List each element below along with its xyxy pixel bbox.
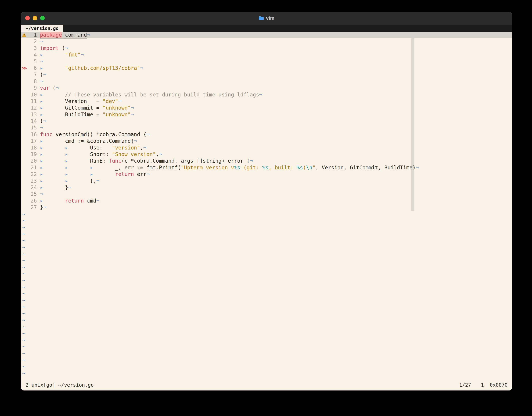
code-token: Short: bbox=[90, 151, 112, 157]
sign-column bbox=[21, 204, 29, 211]
code-token: Use: bbox=[90, 145, 112, 151]
code-token: ▸ bbox=[65, 158, 90, 164]
code-token: ¬ bbox=[43, 204, 46, 210]
sign-column bbox=[21, 32, 29, 38]
code-token: Version = bbox=[65, 98, 103, 104]
folder-icon bbox=[259, 16, 264, 20]
code-token: ▸ bbox=[40, 65, 65, 71]
tilde-line: ~ bbox=[21, 284, 512, 290]
code-line[interactable]: 19▸ ▸ Short: "Show version",¬ bbox=[21, 151, 512, 158]
code-token: , built: bbox=[269, 165, 297, 171]
code-token: ▸ bbox=[40, 112, 65, 118]
code-token: , bbox=[140, 145, 143, 151]
code-text: ▸ ▸ ▸ _, err := fmt.Printf("Upterm versi… bbox=[40, 164, 419, 171]
code-line[interactable]: 3import (¬ bbox=[21, 45, 512, 52]
minimize-button[interactable] bbox=[33, 16, 37, 20]
code-text: ▸ return cmd¬ bbox=[40, 198, 99, 204]
code-line[interactable]: 16func versionCmd() *cobra.Command {¬ bbox=[21, 131, 512, 138]
editor[interactable]: 1package command¬2¬3import (¬4▸ "fmt"¬5¬… bbox=[21, 32, 512, 379]
code-text: )¬ bbox=[40, 71, 46, 78]
tilde-line: ~ bbox=[21, 237, 512, 244]
code-text: ▸ ▸ Short: "Show version",¬ bbox=[40, 151, 162, 158]
code-text: ▸ "github.com/spf13/cobra"¬ bbox=[40, 65, 143, 71]
sign-column bbox=[21, 164, 29, 171]
code-token: ▸ bbox=[40, 105, 65, 111]
tilde-line: ~ bbox=[21, 350, 512, 357]
code-token bbox=[62, 32, 65, 38]
warning-icon bbox=[22, 33, 27, 37]
code-token: }, bbox=[90, 178, 96, 184]
sign-column bbox=[21, 38, 29, 45]
code-token: (c *cobra.Command, args []string) error … bbox=[121, 158, 250, 164]
code-line[interactable]: 25¬ bbox=[21, 191, 512, 198]
code-text: func versionCmd() *cobra.Command {¬ bbox=[40, 131, 150, 138]
code-token: \n bbox=[306, 165, 312, 171]
code-text: ▸ GitCommit = "unknown"¬ bbox=[40, 105, 134, 111]
code-text: ¬ bbox=[40, 38, 43, 45]
code-line[interactable]: 12▸ GitCommit = "unknown"¬ bbox=[21, 105, 512, 111]
tilde-lines: ~~~~~~~~~~~~~~~~~~~~~~~~~ bbox=[21, 211, 512, 377]
code-line[interactable]: 21▸ ▸ ▸ _, err := fmt.Printf("Upterm ver… bbox=[21, 164, 512, 171]
line-number: 20 bbox=[29, 158, 37, 164]
code-token: ¬ bbox=[40, 191, 43, 197]
code-line[interactable]: 8¬ bbox=[21, 78, 512, 85]
zoom-button[interactable] bbox=[40, 16, 45, 20]
code-token: ▸ bbox=[40, 198, 65, 204]
code-token: "github.com/spf13/cobra" bbox=[65, 65, 140, 71]
code-token: package bbox=[40, 32, 62, 38]
line-number: 4 bbox=[29, 52, 37, 58]
code-line[interactable]: 17▸ cmd := &cobra.Command{¬ bbox=[21, 138, 512, 144]
code-line[interactable]: 18▸ ▸ Use: "version",¬ bbox=[21, 145, 512, 151]
line-number: 24 bbox=[29, 184, 37, 191]
window-title: vim bbox=[259, 15, 275, 21]
code-line[interactable]: 26▸ return cmd¬ bbox=[21, 198, 512, 204]
code-line[interactable]: 7)¬ bbox=[21, 71, 512, 78]
code-token: ▸ bbox=[40, 165, 65, 171]
code-line[interactable]: >>6▸ "github.com/spf13/cobra"¬ bbox=[21, 65, 512, 71]
code-token: ( bbox=[59, 45, 65, 51]
sign-column bbox=[21, 158, 29, 164]
tab-bar: ~/version.go bbox=[21, 25, 512, 32]
code-line[interactable]: 22▸ ▸ ▸ return err¬ bbox=[21, 171, 512, 178]
sign-column bbox=[21, 124, 29, 131]
tab-version-go[interactable]: ~/version.go bbox=[21, 25, 63, 32]
code-token: ▸ bbox=[40, 145, 65, 151]
line-number: 6 bbox=[29, 65, 37, 71]
code-token: ) bbox=[40, 118, 43, 124]
line-number: 22 bbox=[29, 171, 37, 178]
code-line[interactable]: 1package command¬ bbox=[21, 32, 512, 38]
tilde-line: ~ bbox=[21, 370, 512, 377]
code-text: ▸ // These variables will be set during … bbox=[40, 92, 262, 98]
code-line[interactable]: 10▸ // These variables will be set durin… bbox=[21, 92, 512, 98]
code-line[interactable]: 27}¬ bbox=[21, 204, 512, 211]
code-line[interactable]: 24▸ }¬ bbox=[21, 184, 512, 191]
code-token: cmd bbox=[84, 198, 96, 204]
code-line[interactable]: 9var (¬ bbox=[21, 85, 512, 91]
code-text: import (¬ bbox=[40, 45, 68, 52]
code-line[interactable]: 14)¬ bbox=[21, 118, 512, 124]
code-token: var bbox=[40, 85, 49, 91]
sign-column bbox=[21, 98, 29, 105]
code-line[interactable]: 2¬ bbox=[21, 38, 512, 45]
code-token: ¬ bbox=[146, 171, 149, 177]
status-right: 1/27 1 0x0070 bbox=[459, 382, 508, 388]
code-line[interactable]: 23▸ ▸ },¬ bbox=[21, 178, 512, 184]
code-text: ▸ Version = "dev"¬ bbox=[40, 98, 121, 105]
code-token: ▸ bbox=[40, 184, 65, 190]
code-token: ▸ bbox=[65, 145, 90, 151]
sign-column bbox=[21, 78, 29, 85]
code-text: }¬ bbox=[40, 204, 46, 211]
code-line[interactable]: 5¬ bbox=[21, 58, 512, 65]
line-number: 27 bbox=[29, 204, 37, 211]
line-number: 12 bbox=[29, 105, 37, 111]
code-line[interactable]: 15¬ bbox=[21, 124, 512, 131]
code-token: return bbox=[115, 171, 134, 177]
code-line[interactable]: 4▸ "fmt"¬ bbox=[21, 52, 512, 58]
code-line[interactable]: 11▸ Version = "dev"¬ bbox=[21, 98, 512, 105]
tilde-line: ~ bbox=[21, 343, 512, 350]
code-token: "unknown" bbox=[103, 112, 131, 118]
code-line[interactable]: 13▸ BuildTime = "unknown"¬ bbox=[21, 111, 512, 118]
close-button[interactable] bbox=[25, 16, 30, 20]
sign-column bbox=[21, 191, 29, 198]
code-line[interactable]: 20▸ ▸ RunE: func(c *cobra.Command, args … bbox=[21, 158, 512, 164]
